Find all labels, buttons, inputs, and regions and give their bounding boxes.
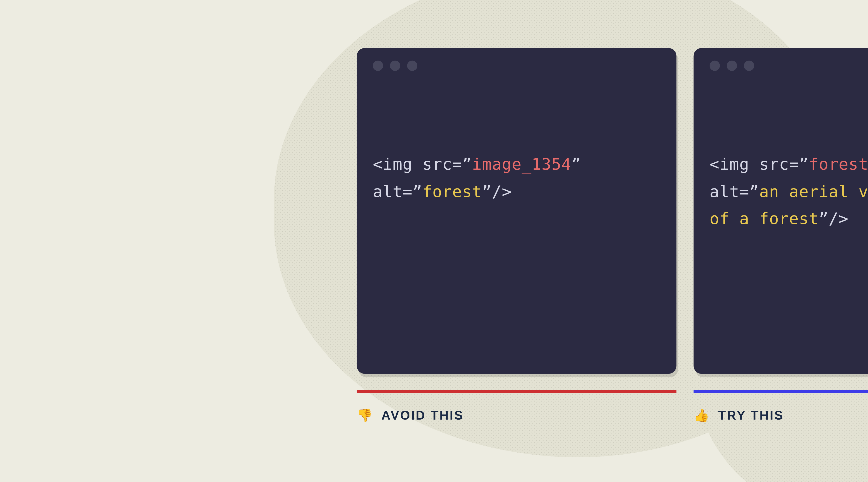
code-alt-value: an aerial view (759, 182, 868, 201)
caption-try: 👍 TRY THIS (694, 408, 868, 423)
code-src-value: image_1354 (472, 155, 571, 174)
code-token: src= (412, 155, 462, 174)
code-token: <img (710, 155, 749, 174)
code-token: <img (373, 155, 412, 174)
code-snippet-try: <img src=”forest”alt=”an aerial viewof a… (710, 151, 868, 232)
code-card-try: <img src=”forest”alt=”an aerial viewof a… (694, 48, 868, 374)
traffic-dot (727, 61, 737, 71)
traffic-dot (710, 61, 720, 71)
code-token: ” (799, 155, 809, 174)
window-traffic-lights (710, 61, 868, 71)
underline-red (357, 390, 677, 393)
code-token: alt= (710, 182, 749, 201)
code-snippet-avoid: <img src=”image_1354”alt=”forest”/> (373, 151, 660, 205)
traffic-dot (744, 61, 754, 71)
code-token: ” (412, 182, 423, 201)
thumbs-up-icon: 👍 (694, 408, 710, 423)
avoid-column: <img src=”image_1354”alt=”forest”/> 👎 AV… (357, 48, 677, 423)
underline-blue (694, 390, 868, 393)
thumbs-down-icon: 👎 (357, 408, 373, 423)
code-token: ” (571, 155, 581, 174)
code-token: ” (819, 209, 829, 228)
caption-text: TRY THIS (718, 408, 784, 423)
comparison-graphic: <img src=”image_1354”alt=”forest”/> 👎 AV… (251, 0, 868, 482)
code-token: ” (462, 155, 472, 174)
code-token: ” (749, 182, 759, 201)
code-token: src= (749, 155, 799, 174)
traffic-dot (407, 61, 417, 71)
traffic-dot (390, 61, 400, 71)
code-alt-value: of a forest (710, 209, 819, 228)
code-card-avoid: <img src=”image_1354”alt=”forest”/> (357, 48, 677, 374)
code-token: alt= (373, 182, 412, 201)
code-token: ” (482, 182, 492, 201)
window-traffic-lights (373, 61, 660, 71)
caption-avoid: 👎 AVOID THIS (357, 408, 677, 423)
traffic-dot (373, 61, 383, 71)
code-token: /> (829, 209, 848, 228)
code-token: /> (492, 182, 512, 201)
code-src-value: forest (809, 155, 868, 174)
try-column: <img src=”forest”alt=”an aerial viewof a… (694, 48, 868, 423)
code-alt-value: forest (423, 182, 482, 201)
caption-text: AVOID THIS (381, 408, 464, 423)
